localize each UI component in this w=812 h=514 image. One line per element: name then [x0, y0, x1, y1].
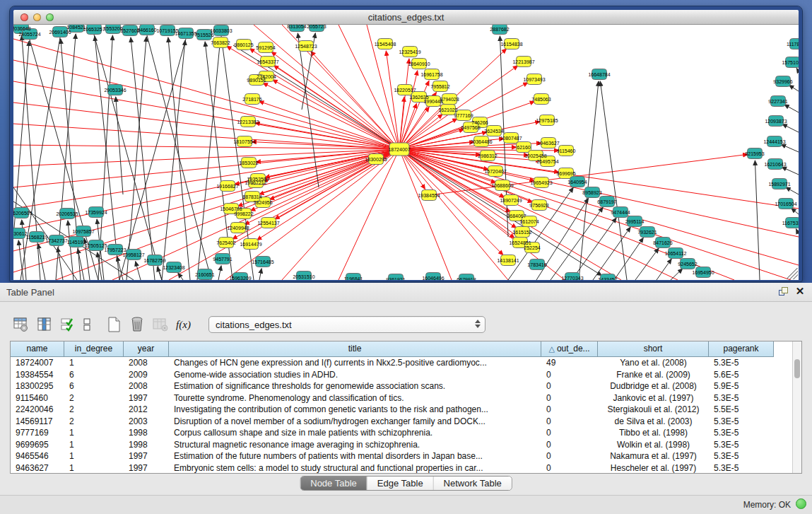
cell-pagerank[interactable]: 5.3E-5 [709, 427, 774, 439]
table-row[interactable]: 946554611997Estimation of the future num… [11, 450, 792, 462]
column-header-in_degree[interactable]: in_degree [64, 341, 124, 357]
table-row[interactable]: 1830029562008Estimation of significance … [11, 380, 792, 392]
cell-short[interactable]: Dudbridge et al. (2008) [598, 380, 709, 392]
cell-in_degree[interactable]: 1 [64, 439, 124, 451]
cell-title[interactable]: Corpus callosum shape and size in male p… [169, 427, 541, 439]
cell-out_de[interactable]: 0 [541, 404, 598, 416]
cell-name[interactable]: 9699695 [11, 439, 64, 451]
function-builder-icon[interactable]: f(x) [174, 315, 193, 334]
cell-name[interactable]: 14569117 [11, 416, 64, 428]
network-window[interactable]: citations_edges.txt 18724007766382298601… [10, 6, 802, 281]
cell-pagerank[interactable]: 5.5E-5 [709, 404, 774, 416]
cell-name[interactable]: 22420046 [11, 404, 64, 416]
column-header-year[interactable]: year [124, 341, 169, 357]
cell-year[interactable]: 1998 [124, 427, 169, 439]
cell-pagerank[interactable]: 5.6E-5 [709, 369, 774, 381]
column-header-short[interactable]: short [598, 341, 709, 357]
cell-out_de[interactable]: 0 [541, 416, 598, 428]
cell-year[interactable]: 2012 [124, 404, 169, 416]
cell-in_degree[interactable]: 2 [64, 392, 124, 404]
cell-in_degree[interactable]: 2 [64, 404, 124, 416]
table-scrollbar[interactable] [792, 341, 801, 473]
table-row[interactable]: 1456911722003Disruption of a novel membe… [11, 416, 792, 428]
table-selector-dropdown[interactable]: citations_edges.txt [208, 316, 486, 333]
cell-name[interactable]: 19384554 [11, 369, 64, 381]
cell-out_de[interactable]: 0 [541, 450, 598, 462]
cell-pagerank[interactable]: 5.3E-5 [709, 439, 774, 451]
cell-out_de[interactable]: 0 [541, 462, 598, 474]
cell-year[interactable]: 1998 [124, 439, 169, 451]
table-row[interactable]: 911546021997Tourette syndrome. Phenomeno… [11, 392, 792, 404]
column-header-name[interactable]: name [11, 341, 64, 357]
delete-column-icon[interactable] [127, 315, 146, 334]
cell-pagerank[interactable]: 5.3E-5 [709, 392, 774, 404]
cell-out_de[interactable]: 0 [541, 427, 598, 439]
cell-out_de[interactable]: 49 [541, 357, 598, 369]
cell-year[interactable]: 1997 [124, 450, 169, 462]
cell-short[interactable]: Wolkin et al. (1998) [598, 439, 709, 451]
cell-title[interactable]: Investigating the contribution of common… [169, 404, 541, 416]
cell-in_degree[interactable]: 1 [64, 357, 124, 369]
row-height-icon[interactable] [81, 315, 93, 334]
table-row[interactable]: 977716911998Corpus callosum shape and si… [11, 427, 792, 439]
cell-title[interactable]: Tourette syndrome. Phenomenology and cla… [169, 392, 541, 404]
cell-in_degree[interactable]: 1 [64, 450, 124, 462]
cell-short[interactable]: Stergiakouli et al. (2012) [598, 404, 709, 416]
cell-year[interactable]: 2009 [124, 369, 169, 381]
cell-in_degree[interactable]: 6 [64, 380, 124, 392]
new-column-icon[interactable] [104, 315, 123, 334]
column-header-out_de[interactable]: △out_de... [541, 341, 598, 357]
delete-table-icon[interactable] [151, 315, 170, 334]
cell-title[interactable]: Estimation of the future numbers of pati… [169, 450, 541, 462]
column-visibility-icon[interactable] [35, 315, 54, 334]
cell-in_degree[interactable]: 1 [64, 427, 124, 439]
table-row[interactable]: 969969511998Structural magnetic resonanc… [11, 439, 792, 451]
cell-out_de[interactable]: 0 [541, 380, 598, 392]
cell-name[interactable]: 9115460 [11, 392, 64, 404]
cell-out_de[interactable]: 0 [541, 392, 598, 404]
cell-short[interactable]: Nakamura et al. (1997) [598, 450, 709, 462]
table-row[interactable]: 946362711997Embryonic stem cells: a mode… [11, 462, 792, 474]
tab-edge-table[interactable]: Edge Table [367, 477, 434, 490]
cell-in_degree[interactable]: 2 [64, 416, 124, 428]
tab-network-table[interactable]: Network Table [434, 477, 512, 490]
cell-year[interactable]: 1997 [124, 392, 169, 404]
cell-out_de[interactable]: 0 [541, 439, 598, 451]
cell-short[interactable]: Hescheler et al. (1997) [598, 462, 709, 474]
cell-short[interactable]: Jankovic et al. (1997) [598, 392, 709, 404]
table-row[interactable]: 2242004622012Investigating the contribut… [11, 404, 792, 416]
table-settings-icon[interactable] [11, 315, 30, 334]
cell-pagerank[interactable]: 5.3E-5 [709, 416, 774, 428]
window-titlebar[interactable]: citations_edges.txt [13, 10, 799, 25]
cell-pagerank[interactable]: 5.3E-5 [709, 450, 774, 462]
close-icon[interactable]: ✕ [794, 285, 806, 298]
cell-year[interactable]: 2008 [124, 357, 169, 369]
cell-in_degree[interactable]: 6 [64, 369, 124, 381]
cell-year[interactable]: 1997 [124, 462, 169, 474]
cell-short[interactable]: Yano et al. (2008) [598, 357, 709, 369]
cell-short[interactable]: Tibbo et al. (1998) [598, 427, 709, 439]
cell-in_degree[interactable]: 1 [64, 462, 124, 474]
cell-title[interactable]: Embryonic stem cells: a model to study s… [169, 462, 541, 474]
cell-title[interactable]: Estimation of significance thresholds fo… [169, 380, 541, 392]
select-rows-icon[interactable] [58, 315, 77, 334]
cell-name[interactable]: 9777169 [11, 427, 64, 439]
column-header-pagerank[interactable]: pagerank [709, 341, 774, 357]
table-row[interactable]: 1872400712008Changes of HCN gene express… [11, 357, 792, 369]
network-canvas[interactable]: 1872400776638229860125591295416543377234… [13, 25, 799, 280]
cell-pagerank[interactable]: 5.3E-5 [709, 462, 774, 474]
cell-name[interactable]: 18300295 [11, 380, 64, 392]
cell-name[interactable]: 9465546 [11, 450, 64, 462]
cell-pagerank[interactable]: 5.9E-5 [709, 380, 774, 392]
cell-title[interactable]: Genome-wide association studies in ADHD. [169, 369, 541, 381]
cell-short[interactable]: Franke et al. (2009) [598, 369, 709, 381]
cell-pagerank[interactable]: 5.3E-5 [709, 357, 774, 369]
cell-name[interactable]: 9463627 [11, 462, 64, 474]
table-row[interactable]: 1938455462009Genome-wide association stu… [11, 369, 792, 381]
scrollbar-thumb[interactable] [794, 359, 800, 378]
cell-title[interactable]: Structural magnetic resonance image aver… [169, 439, 541, 451]
cell-name[interactable]: 18724007 [11, 357, 64, 369]
cell-title[interactable]: Disruption of a novel member of a sodium… [169, 416, 541, 428]
tab-node-table[interactable]: Node Table [300, 477, 367, 490]
cell-title[interactable]: Changes of HCN gene expression and I(f) … [169, 357, 541, 369]
